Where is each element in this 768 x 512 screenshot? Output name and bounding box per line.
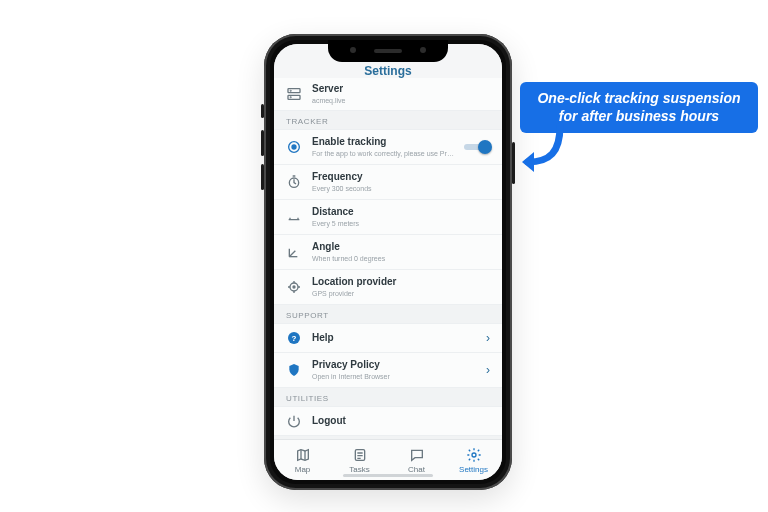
enable-tracking-row[interactable]: Enable tracking For the app to work corr… <box>274 129 502 165</box>
tab-settings[interactable]: Settings <box>445 440 502 480</box>
power-icon <box>286 413 302 429</box>
screen: Settings Server acmeq.live TRACKER <box>274 44 502 480</box>
callout-arrow-icon <box>520 122 570 182</box>
chat-icon <box>409 447 425 463</box>
svg-point-8 <box>293 286 295 288</box>
section-utilities: UTILITIES <box>274 388 502 407</box>
server-icon <box>286 86 302 102</box>
gps-icon <box>286 279 302 295</box>
tab-map[interactable]: Map <box>274 440 331 480</box>
phone-frame: Settings Server acmeq.live TRACKER <box>264 34 512 490</box>
section-support: SUPPORT <box>274 305 502 324</box>
logout-row[interactable]: Logout <box>274 406 502 436</box>
stopwatch-icon <box>286 174 302 190</box>
tab-chat-label: Chat <box>408 465 425 474</box>
chevron-right-icon: › <box>474 331 490 345</box>
callout-line1: One-click tracking suspension <box>534 90 744 108</box>
svg-text:?: ? <box>292 334 297 343</box>
enable-tracking-toggle[interactable] <box>464 144 490 150</box>
chevron-right-icon: › <box>474 363 490 377</box>
svg-point-3 <box>290 97 291 98</box>
server-row[interactable]: Server acmeq.live <box>274 78 502 111</box>
distance-icon <box>286 209 302 225</box>
help-icon: ? <box>286 330 302 346</box>
enable-tracking-label: Enable tracking <box>312 136 454 148</box>
angle-icon <box>286 244 302 260</box>
volume-down-button <box>261 164 264 190</box>
tab-tasks-label: Tasks <box>349 465 369 474</box>
radio-on-icon <box>286 139 302 155</box>
map-icon <box>295 447 311 463</box>
angle-sub: When turned 0 degrees <box>312 254 490 263</box>
frequency-row[interactable]: Frequency Every 300 seconds <box>274 164 502 200</box>
server-sub: acmeq.live <box>312 96 490 105</box>
privacy-label: Privacy Policy <box>312 359 464 371</box>
volume-up-button <box>261 130 264 156</box>
svg-point-5 <box>292 145 296 149</box>
logout-label: Logout <box>312 415 490 427</box>
help-label: Help <box>312 332 464 344</box>
tab-settings-label: Settings <box>459 465 488 474</box>
shield-icon <box>286 362 302 378</box>
frequency-sub: Every 300 seconds <box>312 184 490 193</box>
section-tracker: TRACKER <box>274 111 502 130</box>
page-title-text: Settings <box>364 64 411 78</box>
mute-switch <box>261 104 264 118</box>
settings-content: Server acmeq.live TRACKER Enable trackin… <box>274 78 502 440</box>
distance-sub: Every 5 meters <box>312 219 490 228</box>
gear-icon <box>466 447 482 463</box>
enable-tracking-sub: For the app to work correctly, please us… <box>312 149 454 158</box>
svg-point-2 <box>290 90 291 91</box>
svg-point-12 <box>472 453 476 457</box>
location-provider-sub: GPS provider <box>312 289 490 298</box>
distance-label: Distance <box>312 206 490 218</box>
location-provider-row[interactable]: Location provider GPS provider <box>274 269 502 305</box>
help-row[interactable]: ? Help › <box>274 323 502 353</box>
notch <box>328 40 448 62</box>
tab-map-label: Map <box>295 465 311 474</box>
distance-row[interactable]: Distance Every 5 meters <box>274 199 502 235</box>
frequency-label: Frequency <box>312 171 490 183</box>
tasks-icon <box>352 447 368 463</box>
location-provider-label: Location provider <box>312 276 490 288</box>
home-indicator <box>343 474 433 477</box>
privacy-row[interactable]: Privacy Policy Open in Internet Browser … <box>274 352 502 388</box>
angle-label: Angle <box>312 241 490 253</box>
server-label: Server <box>312 83 490 95</box>
power-button <box>512 142 515 184</box>
angle-row[interactable]: Angle When turned 0 degrees <box>274 234 502 270</box>
privacy-sub: Open in Internet Browser <box>312 372 464 381</box>
